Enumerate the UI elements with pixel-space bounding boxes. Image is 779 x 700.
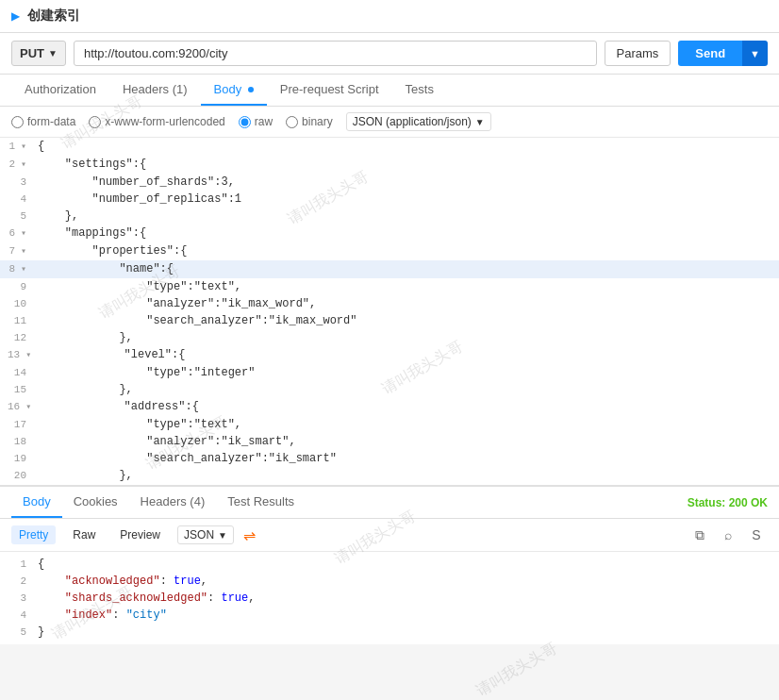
editor-line: 5 }, bbox=[0, 208, 779, 225]
chevron-down-icon: ▼ bbox=[48, 48, 58, 58]
line-number: 20 bbox=[0, 467, 34, 484]
tab-tests[interactable]: Tests bbox=[392, 75, 447, 106]
line-content: "name":{ bbox=[34, 260, 779, 277]
response-code: 1{2 "acknowledged": true,3 "shards_ackno… bbox=[0, 552, 779, 644]
tab-body[interactable]: Body bbox=[201, 75, 267, 106]
response-tab-cookies[interactable]: Cookies bbox=[62, 487, 129, 518]
send-dropdown-button[interactable]: ▼ bbox=[742, 41, 768, 66]
line-number: 16▾ bbox=[0, 398, 39, 416]
line-content: "settings":{ bbox=[34, 156, 779, 173]
line-content: "number_of_replicas":1 bbox=[34, 191, 779, 208]
line-number: 19 bbox=[0, 450, 34, 467]
save-icon[interactable]: S bbox=[745, 524, 768, 546]
editor-line: 11 "search_analyzer":"ik_max_word" bbox=[0, 312, 779, 329]
x-www-form-urlencoded-option[interactable]: x-www-form-urlencoded bbox=[89, 115, 224, 128]
code-editor[interactable]: 1▾{2▾ "settings":{3 "number_of_shards":3… bbox=[0, 138, 779, 487]
editor-line: 18 "analyzer":"ik_smart", bbox=[0, 433, 779, 450]
editor-line: 6▾ "mappings":{ bbox=[0, 225, 779, 242]
line-number: 13▾ bbox=[0, 346, 39, 364]
line-number: 2▾ bbox=[0, 156, 34, 174]
send-button[interactable]: Send bbox=[678, 41, 742, 66]
binary-option[interactable]: binary bbox=[286, 115, 333, 128]
editor-line: 3 "number_of_shards":3, bbox=[0, 174, 779, 191]
line-number: 5 bbox=[0, 208, 34, 225]
fold-arrow-icon[interactable]: ▾ bbox=[15, 261, 26, 278]
response-section: Body Cookies Headers (4) Test Results St… bbox=[0, 487, 779, 644]
line-number: 11 bbox=[0, 312, 34, 329]
fold-arrow-icon[interactable]: ▾ bbox=[20, 347, 31, 364]
line-content: "analyzer":"ik_smart", bbox=[34, 433, 779, 450]
line-content: "number_of_shards":3, bbox=[34, 174, 779, 191]
params-button[interactable]: Params bbox=[605, 41, 671, 66]
editor-line: 19 "search_analyzer":"ik_smart" bbox=[0, 450, 779, 467]
response-tab-test-results[interactable]: Test Results bbox=[216, 487, 306, 518]
line-content: "shards_acknowledged": true, bbox=[34, 590, 779, 607]
tab-pre-request[interactable]: Pre-request Script bbox=[267, 75, 392, 106]
line-number: 15 bbox=[0, 381, 34, 398]
line-number: 10 bbox=[0, 295, 34, 312]
response-line: 2 "acknowledged": true, bbox=[0, 573, 779, 590]
line-content: }, bbox=[34, 467, 779, 484]
chevron-down-icon: ▼ bbox=[475, 117, 485, 127]
preview-format-button[interactable]: Preview bbox=[112, 525, 168, 544]
response-tab-headers[interactable]: Headers (4) bbox=[129, 487, 217, 518]
line-number: 4 bbox=[0, 191, 34, 208]
line-content: }, bbox=[34, 208, 779, 225]
line-number: 9 bbox=[0, 278, 34, 295]
editor-line: 9 "type":"text", bbox=[0, 278, 779, 295]
editor-line: 16▾ "address":{ bbox=[0, 398, 779, 416]
editor-line: 13▾ "level":{ bbox=[0, 346, 779, 364]
response-line: 1{ bbox=[0, 556, 779, 573]
top-bar: ▶ 创建索引 bbox=[0, 0, 779, 33]
editor-line: 12 }, bbox=[0, 329, 779, 346]
response-tab-body[interactable]: Body bbox=[11, 487, 62, 518]
response-toolbar: Pretty Raw Preview JSON ▼ ⇌ ⧉ ⌕ S bbox=[0, 519, 779, 552]
pretty-format-button[interactable]: Pretty bbox=[11, 525, 56, 544]
editor-line: 17 "type":"text", bbox=[0, 416, 779, 433]
tab-headers[interactable]: Headers (1) bbox=[109, 75, 201, 106]
copy-icon[interactable]: ⧉ bbox=[688, 524, 711, 546]
method-select[interactable]: PUT ▼ bbox=[11, 41, 66, 66]
line-content: "mappings":{ bbox=[34, 225, 779, 242]
fold-arrow-icon[interactable]: ▾ bbox=[15, 225, 26, 242]
editor-line: 10 "analyzer":"ik_max_word", bbox=[0, 295, 779, 312]
fold-arrow-icon[interactable]: ▾ bbox=[20, 399, 31, 416]
url-input[interactable] bbox=[74, 41, 597, 66]
line-content: "type":"text", bbox=[34, 278, 779, 295]
send-button-group: Send ▼ bbox=[678, 41, 768, 66]
url-bar: PUT ▼ Params Send ▼ bbox=[0, 33, 779, 75]
line-content: "address":{ bbox=[39, 398, 779, 415]
response-action-icons: ⧉ ⌕ S bbox=[688, 524, 768, 546]
line-content: "properties":{ bbox=[34, 242, 779, 259]
line-number: 12 bbox=[0, 329, 34, 346]
line-number: 7▾ bbox=[0, 242, 34, 260]
editor-line: 2▾ "settings":{ bbox=[0, 156, 779, 174]
editor-line: 20 }, bbox=[0, 467, 779, 484]
line-number: 14 bbox=[0, 364, 34, 381]
line-content: "level":{ bbox=[39, 346, 779, 363]
fold-arrow-icon[interactable]: ▾ bbox=[15, 157, 26, 174]
request-tab-bar: Authorization Headers (1) Body Pre-reque… bbox=[0, 75, 779, 107]
fold-arrow-icon[interactable]: ▾ bbox=[15, 243, 26, 260]
response-json-select[interactable]: JSON ▼ bbox=[177, 525, 234, 544]
json-format-select[interactable]: JSON (application/json) ▼ bbox=[346, 112, 491, 131]
line-content: } bbox=[34, 624, 779, 641]
form-data-option[interactable]: form-data bbox=[11, 115, 75, 128]
response-line: 3 "shards_acknowledged": true, bbox=[0, 590, 779, 607]
raw-format-button[interactable]: Raw bbox=[65, 525, 103, 544]
raw-option[interactable]: raw bbox=[239, 115, 273, 128]
search-icon[interactable]: ⌕ bbox=[717, 524, 739, 546]
editor-line: 8▾ "name":{ bbox=[0, 260, 779, 278]
line-content: }, bbox=[34, 329, 779, 346]
body-tab-dot bbox=[248, 87, 254, 92]
line-number: 17 bbox=[0, 416, 34, 433]
tab-authorization[interactable]: Authorization bbox=[11, 75, 109, 106]
fold-arrow-icon[interactable]: ▾ bbox=[15, 139, 26, 156]
wrap-icon[interactable]: ⇌ bbox=[243, 526, 256, 544]
editor-line: 4 "number_of_replicas":1 bbox=[0, 191, 779, 208]
breadcrumb-arrow: ▶ bbox=[11, 9, 20, 23]
editor-line: 7▾ "properties":{ bbox=[0, 242, 779, 260]
line-number: 8▾ bbox=[0, 260, 34, 278]
response-line: 5} bbox=[0, 624, 779, 641]
line-content: { bbox=[34, 138, 779, 155]
